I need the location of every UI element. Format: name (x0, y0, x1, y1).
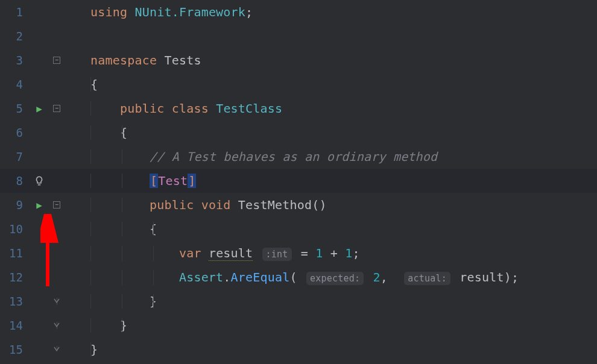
code-line[interactable]: 11 var result :int = 1 + 1; (0, 241, 597, 265)
code-line[interactable]: 3 − namespace Tests (0, 48, 597, 72)
fold-minus-icon: − (53, 201, 60, 209)
line-number: 3 (0, 54, 29, 67)
context-actions-button[interactable] (29, 175, 49, 186)
fold-end-icon (53, 322, 60, 329)
code-editor[interactable]: 1 using NUnit.Framework; 2 3 − namespace… (0, 0, 597, 364)
code-line[interactable]: 10 { (0, 217, 597, 241)
line-number: 14 (0, 319, 29, 332)
code-line[interactable]: 7 // A Test behaves as an ordinary metho… (0, 145, 597, 169)
line-number: 1 (0, 5, 29, 19)
line-number: 7 (0, 150, 29, 163)
fold-end-marker[interactable] (49, 298, 64, 305)
line-number: 5 (0, 102, 29, 115)
line-number: 11 (0, 246, 29, 260)
play-icon: ▶ (36, 199, 42, 211)
lightbulb-icon (34, 175, 45, 186)
code-line[interactable]: 5 ▶ − public class TestClass (0, 96, 597, 121)
fold-end-icon (53, 298, 60, 305)
line-number: 2 (0, 30, 29, 43)
fold-end-icon (53, 346, 60, 353)
code-line[interactable]: 15 } (0, 337, 597, 362)
line-number: 9 (0, 198, 29, 212)
code-line[interactable]: 4 { (0, 72, 597, 96)
param-hint: expected: (306, 272, 364, 285)
line-number: 8 (0, 174, 29, 187)
line-number: 6 (0, 126, 29, 139)
line-number: 13 (0, 295, 29, 308)
play-icon: ▶ (36, 103, 42, 115)
line-number: 12 (0, 271, 29, 284)
fold-toggle[interactable]: − (49, 57, 64, 64)
code-line[interactable]: 6 { (0, 121, 597, 145)
line-number: 4 (0, 78, 29, 91)
run-test-button[interactable]: ▶ (29, 199, 49, 211)
fold-toggle[interactable]: − (49, 201, 64, 209)
run-test-button[interactable]: ▶ (29, 103, 49, 115)
code-content[interactable]: using NUnit.Framework; (90, 5, 597, 19)
type-hint: :int (262, 248, 292, 261)
code-line[interactable]: 12 Assert.AreEqual( expected: 2, actual:… (0, 265, 597, 289)
code-line-active[interactable]: 8 [Test] (0, 169, 597, 193)
fold-end-marker[interactable] (49, 346, 64, 353)
fold-minus-icon: − (53, 105, 60, 112)
fold-end-marker[interactable] (49, 322, 64, 329)
fold-minus-icon: − (53, 57, 60, 64)
code-line[interactable]: 14 } (0, 313, 597, 337)
line-number: 15 (0, 343, 29, 356)
code-line[interactable]: 2 (0, 24, 597, 48)
code-line[interactable]: 13 } (0, 289, 597, 313)
code-line[interactable]: 9 ▶ − public void TestMethod() (0, 193, 597, 217)
code-line[interactable]: 1 using NUnit.Framework; (0, 0, 597, 24)
fold-toggle[interactable]: − (49, 105, 64, 112)
line-number: 10 (0, 222, 29, 236)
param-hint: actual: (404, 272, 450, 285)
